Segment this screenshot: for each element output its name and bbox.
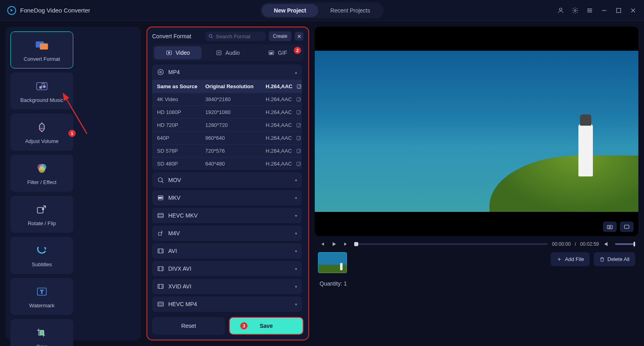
search-input[interactable] [216, 33, 262, 39]
music-icon [35, 79, 49, 93]
format-header[interactable]: MKVMKV▾ [152, 190, 302, 205]
seek-slider[interactable] [354, 243, 548, 245]
format-name: HEVC MP4 [168, 301, 197, 307]
format-divx-avi: DIVX AVI▾ [152, 261, 302, 276]
format-icon [157, 230, 164, 237]
sidebar-item-convert-format[interactable]: Convert Format [10, 31, 73, 68]
edit-icon[interactable] [294, 148, 303, 154]
prev-button[interactable] [318, 240, 326, 248]
add-file-button[interactable]: ＋Add File [551, 252, 590, 266]
res-value: 960*640 [205, 135, 266, 141]
format-header[interactable]: MOV▾ [152, 172, 302, 188]
sidebar-item-watermark[interactable]: T Watermark [10, 278, 73, 315]
svg-rect-49 [158, 302, 163, 307]
close-panel-button[interactable]: ✕ [295, 32, 303, 41]
edit-icon[interactable] [294, 122, 303, 128]
tab-video[interactable]: Video [154, 46, 202, 59]
volume-slider[interactable] [615, 243, 635, 245]
resolution-row[interactable]: 4K Video 3840*2160 H.264,AAC [152, 93, 302, 106]
sidebar-item-adjust-volume[interactable]: Adjust Volume 1 [10, 114, 73, 151]
add-file-label: Add File [565, 256, 584, 262]
sidebar-item-label: Adjust Volume [25, 138, 58, 144]
svg-rect-15 [40, 331, 44, 334]
edit-icon[interactable] [294, 110, 303, 115]
svg-rect-4 [40, 43, 48, 49]
format-header[interactable]: DIVX AVI▾ [152, 261, 302, 276]
svg-point-7 [43, 85, 45, 88]
close-icon[interactable] [630, 7, 637, 14]
save-button-wrap: Save 3 [229, 317, 303, 335]
res-codec: H.264,AAC [266, 135, 294, 141]
chevron-down-icon: ▾ [295, 213, 297, 218]
sidebar-item-label: Subtitles [32, 261, 52, 267]
format-mkv: MKVMKV▾ [152, 190, 302, 205]
gear-icon[interactable] [572, 7, 579, 14]
format-list[interactable]: MP4 ▴ Same as Source Original Resolution… [152, 64, 303, 312]
sidebar-item-rotate-flip[interactable]: Rotate / Flip [10, 196, 73, 233]
format-header[interactable]: HEVC MKV▾ [152, 208, 302, 223]
res-name: HD 720P [157, 122, 205, 128]
format-hevc-mkv: HEVC MKV▾ [152, 208, 302, 223]
snapshot-button[interactable] [603, 222, 617, 232]
edit-icon[interactable] [294, 97, 303, 102]
res-name: 640P [157, 135, 205, 141]
res-codec: H.264,AAC [266, 148, 294, 154]
file-thumbnail[interactable] [318, 252, 347, 273]
edit-icon[interactable] [294, 135, 303, 141]
edit-icon[interactable] [294, 161, 303, 167]
format-header[interactable]: XVID AVI▾ [152, 279, 302, 294]
resolution-row[interactable]: Same as Source Original Resolution H.264… [152, 80, 302, 93]
sidebar-item-background-music[interactable]: Background Music [10, 73, 73, 110]
account-icon[interactable] [557, 7, 564, 14]
format-mov: MOV▾ [152, 172, 302, 188]
maximize-icon[interactable] [615, 7, 622, 14]
delete-all-button[interactable]: Delete All [594, 252, 635, 266]
svg-rect-44 [158, 213, 163, 218]
format-header[interactable]: HEVC MP4▾ [152, 296, 302, 312]
resolution-row[interactable]: 640P 960*640 H.264,AAC [152, 131, 302, 144]
res-value: Original Resolution [205, 83, 266, 89]
sidebar-item-label: Watermark [29, 302, 54, 309]
format-icon [157, 68, 164, 76]
app-logo-wrap: FoneDog Video Converter [7, 6, 90, 15]
rotate-icon [35, 203, 49, 216]
tab-audio[interactable]: Audio [204, 46, 252, 59]
resolution-row[interactable]: HD 1080P 1920*1080 H.264,AAC [152, 106, 302, 118]
resolution-row[interactable]: SD 576P 720*576 H.264,AAC [152, 144, 302, 157]
volume-icon [35, 120, 49, 134]
menu-icon[interactable] [586, 7, 593, 14]
res-codec: H.264,AAC [266, 109, 294, 115]
tab-recent-projects[interactable]: Recent Projects [318, 4, 382, 17]
svg-point-27 [209, 34, 212, 37]
sidebar-item-filter-effect[interactable]: Filter / Effect [10, 155, 73, 192]
next-button[interactable] [342, 240, 350, 248]
resolution-row[interactable]: HD 720P 1280*720 H.264,AAC [152, 118, 302, 131]
resolution-row[interactable]: SD 480P 640*480 H.264,AAC [152, 157, 302, 170]
volume-icon[interactable] [603, 240, 611, 248]
res-name: Same as Source [157, 83, 205, 89]
svg-rect-47 [158, 267, 163, 271]
format-header-mp4[interactable]: MP4 ▴ [152, 64, 302, 80]
subtitles-icon [35, 244, 49, 257]
format-header[interactable]: AVI▾ [152, 243, 302, 259]
search-format-field[interactable] [205, 32, 266, 41]
sidebar-item-label: Convert Format [24, 56, 60, 62]
tab-new-project[interactable]: New Project [262, 4, 318, 17]
res-name: 4K Video [157, 96, 205, 102]
create-button[interactable]: Create [269, 31, 291, 41]
format-header[interactable]: M4V▾ [152, 226, 302, 241]
edit-icon[interactable] [295, 84, 303, 89]
svg-rect-48 [158, 284, 163, 289]
filter-icon [35, 162, 49, 175]
sidebar: Convert Format Background Music Adjust V… [6, 27, 141, 340]
res-value: 3840*2160 [205, 96, 266, 102]
sidebar-item-subtitles[interactable]: Subtitles [10, 237, 73, 274]
reset-button[interactable]: Reset [152, 317, 225, 335]
minimize-icon[interactable] [601, 7, 608, 14]
play-button[interactable] [330, 240, 338, 248]
format-name: M4V [168, 230, 180, 236]
sidebar-item-crop[interactable]: Crop [10, 319, 73, 346]
res-name: SD 480P [157, 161, 205, 167]
fullscreen-button[interactable] [620, 222, 634, 232]
svg-text:T: T [40, 289, 43, 295]
